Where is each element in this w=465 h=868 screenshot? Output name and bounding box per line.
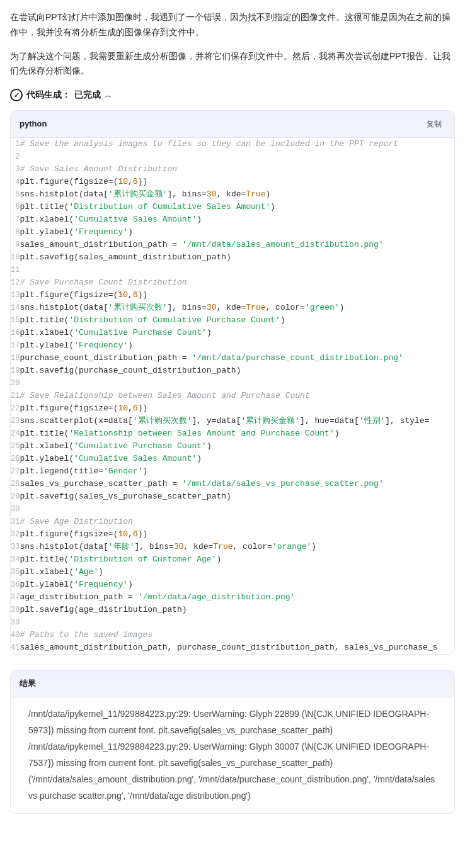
code-line: 13plt.figure(figsize=(10,6)) (11, 289, 454, 302)
code-line: 36plt.ylabel('Frequency') (11, 578, 454, 591)
line-number: 7 (11, 213, 20, 226)
code-status-row[interactable]: 代码生成： 已完成 ︿ (10, 87, 455, 103)
line-number: 29 (11, 490, 20, 503)
code-text (20, 264, 454, 276)
line-number: 33 (11, 541, 20, 553)
result-output: /mnt/data/ipykernel_11/929884223.py:29: … (11, 697, 454, 813)
code-text: # Save Sales Amount Distribution (20, 163, 454, 176)
result-header: 结果 (11, 670, 454, 697)
code-line: 30 (11, 503, 454, 516)
code-line: 28sales_vs_purchase_scatter_path = '/mnt… (11, 478, 454, 490)
code-line: 26plt.ylabel('Cumulative Sales Amount') (11, 453, 454, 465)
line-number: 16 (11, 327, 20, 339)
code-line: 6plt.title('Distribution of Cumulative S… (11, 201, 454, 213)
line-number: 26 (11, 453, 20, 465)
code-line: 27plt.legend(title='Gender') (11, 465, 454, 478)
line-number: 21 (11, 390, 20, 402)
code-text: plt.figure(figsize=(10,6)) (20, 528, 454, 541)
code-text: plt.savefig(age_distribution_path) (20, 604, 454, 616)
line-number: 27 (11, 465, 20, 478)
result-line: /mnt/data/ipykernel_11/929884223.py:29: … (28, 706, 443, 739)
code-line: 19plt.savefig(purchase_count_distributio… (11, 364, 454, 377)
code-line: 23sns.scatterplot(x=data['累计购买次数'], y=da… (11, 415, 454, 427)
code-line: 9sales_amount_distribution_path = '/mnt/… (11, 239, 454, 251)
line-number: 40 (11, 629, 20, 641)
code-text: plt.xlabel('Cumulative Purchase Count') (20, 440, 454, 453)
code-text: plt.ylabel('Frequency') (20, 226, 454, 239)
code-line: 31# Save Age Distribution (11, 516, 454, 528)
line-number: 25 (11, 440, 20, 453)
code-text: plt.xlabel('Age') (20, 566, 454, 578)
line-number: 37 (11, 591, 20, 604)
line-number: 14 (11, 302, 20, 314)
line-number: 12 (11, 276, 20, 289)
code-line: 8plt.ylabel('Frequency') (11, 226, 454, 239)
code-text: # Save Purchase Count Distribution (20, 276, 454, 289)
status-value: 已完成 (74, 87, 101, 103)
code-line: 16plt.xlabel('Cumulative Purchase Count'… (11, 327, 454, 339)
line-number: 20 (11, 377, 20, 390)
code-block: python 复制 1# Save the analysis images to… (10, 110, 455, 655)
line-number: 6 (11, 201, 20, 213)
code-text: sns.histplot(data['年龄'], bins=30, kde=Tr… (20, 541, 454, 553)
line-number: 3 (11, 163, 20, 176)
code-text: plt.xlabel('Cumulative Sales Amount') (20, 213, 454, 226)
line-number: 36 (11, 578, 20, 591)
line-number: 31 (11, 516, 20, 528)
line-number: 23 (11, 415, 20, 427)
code-text: plt.figure(figsize=(10,6)) (20, 176, 454, 188)
code-text: plt.ylabel('Frequency') (20, 339, 454, 352)
code-line: 41sales_amount_distribution_path, purcha… (11, 641, 454, 654)
code-line: 11 (11, 264, 454, 276)
explanation-paragraph-1: 在尝试向PPT幻灯片中添加图像时，我遇到了一个错误，因为找不到指定的图像文件。这… (10, 10, 455, 40)
code-line: 24plt.title('Relationship between Sales … (11, 427, 454, 440)
line-number: 39 (11, 616, 20, 629)
code-text: plt.title('Distribution of Cumulative Pu… (20, 314, 454, 327)
code-line: 15plt.title('Distribution of Cumulative … (11, 314, 454, 327)
code-text: plt.savefig(sales_amount_distribution_pa… (20, 251, 454, 264)
code-line: 25plt.xlabel('Cumulative Purchase Count'… (11, 440, 454, 453)
code-text: plt.title('Distribution of Customer Age'… (20, 553, 454, 566)
code-line: 14sns.histplot(data['累计购买次数'], bins=30, … (11, 302, 454, 314)
line-number: 28 (11, 478, 20, 490)
line-number: 15 (11, 314, 20, 327)
code-text (20, 150, 454, 163)
result-line: /mnt/data/ipykernel_11/929884223.py:29: … (28, 739, 443, 772)
code-line: 2 (11, 150, 454, 163)
code-line: 35plt.xlabel('Age') (11, 566, 454, 578)
copy-button[interactable]: 复制 (423, 118, 445, 131)
line-number: 18 (11, 352, 20, 364)
code-text: sales_amount_distribution_path = '/mnt/d… (20, 239, 454, 251)
code-language-label: python (20, 117, 47, 131)
line-number: 30 (11, 503, 20, 516)
line-number: 11 (11, 264, 20, 276)
code-text: sales_vs_purchase_scatter_path = '/mnt/d… (20, 478, 454, 490)
code-line: 32plt.figure(figsize=(10,6)) (11, 528, 454, 541)
line-number: 38 (11, 604, 20, 616)
code-text: plt.figure(figsize=(10,6)) (20, 289, 454, 302)
code-line: 3# Save Sales Amount Distribution (11, 163, 454, 176)
line-number: 9 (11, 239, 20, 251)
line-number: 2 (11, 150, 20, 163)
code-scroll-region[interactable]: 1# Save the analysis images to files so … (11, 138, 454, 654)
line-number: 17 (11, 339, 20, 352)
code-text: sns.histplot(data['累计购买次数'], bins=30, kd… (20, 302, 454, 314)
line-number: 1 (11, 138, 20, 150)
code-line: 7plt.xlabel('Cumulative Sales Amount') (11, 213, 454, 226)
code-line: 34plt.title('Distribution of Customer Ag… (11, 553, 454, 566)
code-line: 12# Save Purchase Count Distribution (11, 276, 454, 289)
code-line: 18purchase_count_distribution_path = '/m… (11, 352, 454, 364)
code-line: 29plt.savefig(sales_vs_purchase_scatter_… (11, 490, 454, 503)
code-line: 22plt.figure(figsize=(10,6)) (11, 402, 454, 415)
code-line: 10plt.savefig(sales_amount_distribution_… (11, 251, 454, 264)
code-text: # Save the analysis images to files so t… (20, 138, 454, 150)
code-text: plt.ylabel('Cumulative Sales Amount') (20, 453, 454, 465)
code-line: 21# Save Relationship between Sales Amou… (11, 390, 454, 402)
line-number: 34 (11, 553, 20, 566)
code-line: 39 (11, 616, 454, 629)
code-text (20, 616, 454, 629)
line-number: 35 (11, 566, 20, 578)
code-line: 17plt.ylabel('Frequency') (11, 339, 454, 352)
code-text: sns.histplot(data['累计购买金额'], bins=30, kd… (20, 188, 454, 201)
code-line: 40# Paths to the saved images (11, 629, 454, 641)
